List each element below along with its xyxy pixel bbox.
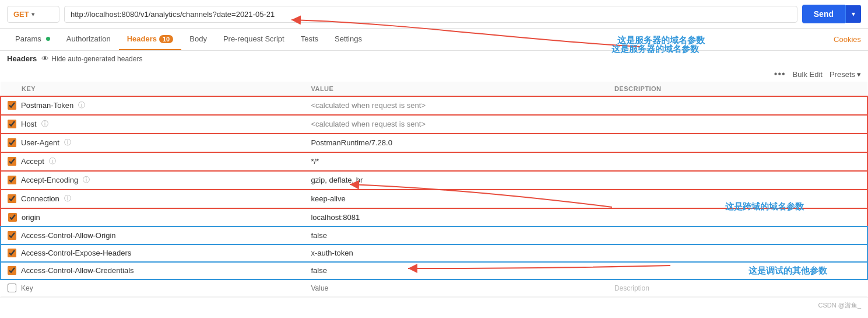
new-row-description: Description: [614, 284, 649, 292]
info-icon[interactable]: ⓘ: [78, 100, 85, 110]
row-checkbox-access-allow-credentials[interactable]: [8, 266, 16, 275]
table-row: Accept ⓘ */*: [1, 152, 867, 171]
url-input[interactable]: [64, 6, 797, 23]
headers-section-title: Headers: [7, 54, 37, 63]
method-chevron-icon: ▾: [31, 11, 34, 18]
row-checkbox-postman-token[interactable]: [8, 101, 16, 110]
row-key-host: Host: [21, 120, 37, 128]
tab-tests-label: Tests: [301, 34, 318, 43]
tab-headers[interactable]: Headers 10: [119, 29, 182, 50]
send-dropdown-button[interactable]: ▾: [845, 5, 861, 23]
new-row: Description: [1, 279, 867, 297]
row-checkbox-host[interactable]: [8, 120, 16, 128]
footer-attribution: CSDN @游鱼_: [818, 302, 861, 309]
row-checkbox-connection[interactable]: [8, 194, 16, 203]
row-key-access-allow-credentials: Access-Control-Allow-Credentials: [21, 266, 134, 275]
table-row-cors-1: Access-Control-Allow-Origin false: [1, 226, 867, 244]
bulk-edit-button[interactable]: Bulk Edit: [793, 70, 823, 79]
row-checkbox-accept-encoding[interactable]: [8, 176, 16, 184]
tab-pre-request-label: Pre-request Script: [223, 34, 284, 43]
info-icon[interactable]: ⓘ: [64, 138, 71, 148]
row-value-access-expose-headers: x-auth-token: [311, 249, 353, 257]
row-checkbox-accept[interactable]: [8, 157, 16, 166]
row-key-access-allow-origin: Access-Control-Allow-Origin: [21, 231, 116, 240]
row-key-origin: origin: [22, 213, 40, 222]
table-row: Accept-Encoding ⓘ gzip, deflate, br: [1, 171, 867, 190]
tab-authorization[interactable]: Authorization: [58, 29, 119, 50]
row-checkbox-origin[interactable]: [8, 213, 17, 222]
table-row-cors-2: Access-Control-Expose-Headers x-auth-tok…: [1, 244, 867, 262]
cookies-link[interactable]: Cookies: [834, 35, 861, 44]
col-header-key: KEY: [1, 82, 304, 96]
table-row: Postman-Token ⓘ <calculated when request…: [1, 96, 867, 115]
method-selector[interactable]: GET ▾: [7, 6, 59, 23]
new-row-checkbox[interactable]: [8, 284, 16, 292]
info-icon[interactable]: ⓘ: [64, 194, 71, 204]
row-value-postman-token: <calculated when request is sent>: [311, 101, 426, 110]
tab-pre-request[interactable]: Pre-request Script: [215, 29, 293, 50]
info-icon[interactable]: ⓘ: [49, 156, 56, 166]
table-controls: ••• Bulk Edit Presets ▾: [0, 67, 868, 82]
new-row-key-input[interactable]: [21, 284, 252, 292]
row-key-postman-token: Postman-Token: [21, 101, 73, 110]
send-button[interactable]: Send: [802, 5, 845, 23]
hide-auto-label: Hide auto-generated headers: [51, 55, 142, 63]
footer: CSDN @游鱼_: [0, 297, 868, 313]
row-value-accept-encoding: gzip, deflate, br: [311, 176, 363, 184]
tab-params[interactable]: Params: [7, 29, 58, 50]
row-value-origin: localhost:8081: [311, 213, 360, 222]
presets-chevron-icon: ▾: [857, 70, 861, 79]
tab-body[interactable]: Body: [181, 29, 215, 50]
more-options-button[interactable]: •••: [774, 69, 786, 79]
row-value-connection: keep-alive: [311, 194, 345, 203]
headers-toolbar: Headers 👁 Hide auto-generated headers: [0, 51, 868, 67]
tab-settings-label: Settings: [335, 34, 362, 43]
table-row: Host ⓘ <calculated when request is sent>: [1, 115, 867, 134]
col-header-value: VALUE: [304, 82, 607, 96]
row-key-accept: Accept: [21, 157, 44, 166]
tab-settings[interactable]: Settings: [326, 29, 370, 50]
table-row-cors-3: Access-Control-Allow-Credentials false: [1, 262, 867, 279]
tab-body-label: Body: [189, 34, 207, 43]
table-row-origin: origin localhost:8081: [1, 208, 867, 226]
tab-headers-label: Headers: [127, 34, 157, 43]
presets-label: Presets: [830, 70, 855, 79]
headers-badge: 10: [159, 35, 173, 43]
info-icon[interactable]: ⓘ: [83, 175, 90, 185]
row-checkbox-access-expose-headers[interactable]: [8, 249, 16, 257]
row-key-access-expose-headers: Access-Control-Expose-Headers: [21, 249, 131, 257]
tab-params-label: Params: [15, 34, 41, 43]
send-button-group: Send ▾: [802, 5, 861, 23]
table-row: Connection ⓘ keep-alive: [1, 190, 867, 209]
info-icon[interactable]: ⓘ: [41, 119, 48, 129]
method-label: GET: [13, 10, 29, 19]
row-key-accept-encoding: Accept-Encoding: [21, 176, 78, 184]
request-tabs: Params Authorization Headers 10 Body Pre…: [0, 29, 868, 51]
row-value-user-agent: PostmanRuntime/7.28.0: [311, 138, 392, 147]
col-header-actions: [824, 82, 867, 96]
table-row: User-Agent ⓘ PostmanRuntime/7.28.0: [1, 134, 867, 152]
row-value-accept: */*: [311, 157, 319, 166]
url-bar: GET ▾ Send ▾: [0, 0, 868, 29]
row-checkbox-access-allow-origin[interactable]: [8, 231, 16, 240]
tab-authorization-label: Authorization: [66, 34, 111, 43]
col-header-description: DESCRIPTION: [607, 82, 824, 96]
params-dot-icon: [46, 37, 50, 41]
row-value-access-allow-credentials: false: [311, 266, 326, 275]
headers-table-wrapper: KEY VALUE DESCRIPTION Postman-Token ⓘ: [0, 82, 868, 297]
eye-icon: 👁: [41, 54, 49, 63]
presets-button[interactable]: Presets ▾: [830, 70, 861, 79]
row-checkbox-user-agent[interactable]: [8, 138, 16, 147]
headers-table: KEY VALUE DESCRIPTION Postman-Token ⓘ: [0, 82, 868, 297]
row-key-user-agent: User-Agent: [21, 138, 59, 147]
tab-tests[interactable]: Tests: [293, 29, 326, 50]
row-value-access-allow-origin: false: [311, 231, 326, 240]
row-key-connection: Connection: [21, 194, 59, 203]
hide-auto-headers-button[interactable]: 👁 Hide auto-generated headers: [41, 54, 142, 63]
new-row-value-input[interactable]: [311, 284, 571, 292]
row-value-host: <calculated when request is sent>: [311, 120, 426, 128]
